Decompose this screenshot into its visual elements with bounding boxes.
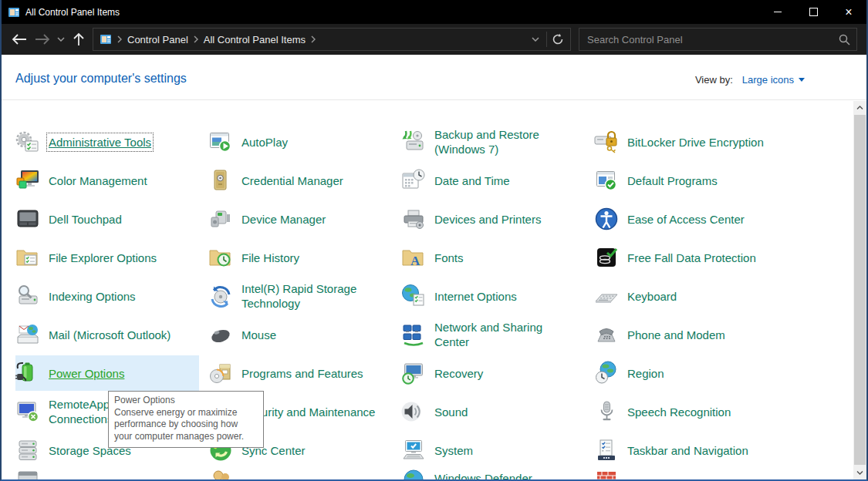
- item-backup-and-restore-windows-7[interactable]: Backup and Restore (Windows 7): [401, 124, 585, 160]
- item-indexing-options[interactable]: Indexing Options: [15, 278, 199, 314]
- control-panel-window: All Control Panel Items × Control Panel: [0, 0, 868, 481]
- window-title: All Control Panel Items: [25, 7, 760, 18]
- item-mail-microsoft-outlook[interactable]: Mail (Microsoft Outlook): [15, 317, 199, 352]
- item-label: Administrative Tools: [49, 135, 151, 150]
- item-dell-touchpad[interactable]: Dell Touchpad: [15, 201, 199, 237]
- item-label: File Explorer Options: [49, 251, 157, 265]
- recent-pages-button[interactable]: [54, 28, 68, 51]
- maximize-icon: [809, 8, 818, 16]
- item-free-fall-data-protection[interactable]: Free Fall Data Protection: [594, 240, 778, 275]
- item-label: Indexing Options: [49, 289, 136, 304]
- view-by-label: View by:: [695, 74, 733, 86]
- item-label: Windows Defender: [434, 471, 532, 481]
- item-administrative-tools[interactable]: Administrative Tools: [15, 124, 199, 160]
- item-user-accounts-icon[interactable]: [208, 471, 392, 481]
- item-date-and-time[interactable]: Date and Time: [401, 163, 585, 198]
- chevron-down-icon: [57, 37, 65, 42]
- item-ease-of-access-center[interactable]: Ease of Access Center: [594, 201, 778, 237]
- item-label: Recovery: [434, 366, 483, 381]
- power-options-icon: [15, 361, 40, 385]
- item-taskbar-and-navigation[interactable]: Taskbar and Navigation: [594, 432, 778, 468]
- speech-recognition-icon: [594, 399, 619, 424]
- item-label: Free Fall Data Protection: [627, 251, 756, 265]
- phone-modem-icon: [594, 322, 619, 347]
- refresh-icon: [552, 33, 564, 45]
- item-label: Keyboard: [627, 289, 677, 304]
- scroll-up-button[interactable]: [853, 101, 866, 114]
- item-autoplay[interactable]: AutoPlay: [208, 124, 392, 160]
- device-manager-icon: [208, 207, 233, 231]
- default-programs-icon: [594, 168, 619, 193]
- item-label: System: [434, 443, 473, 458]
- up-button[interactable]: [68, 28, 90, 51]
- caret-down-icon[interactable]: [799, 78, 805, 82]
- item-label: Speech Recognition: [627, 405, 731, 419]
- item-label: Device Manager: [241, 212, 326, 227]
- item-label: AutoPlay: [241, 135, 288, 150]
- taskbar-navigation-icon: [594, 438, 619, 462]
- item-internet-options[interactable]: Internet Options: [401, 278, 585, 314]
- scroll-down-button[interactable]: [853, 466, 866, 479]
- forward-button[interactable]: [31, 28, 54, 51]
- item-label: Network and Sharing Center: [434, 320, 542, 349]
- vertical-scrollbar[interactable]: [853, 101, 866, 479]
- tooltip-body: Conserve energy or maximize performance …: [114, 407, 258, 443]
- item-recovery[interactable]: Recovery: [401, 355, 585, 391]
- refresh-button[interactable]: [547, 29, 569, 49]
- item-network-and-sharing-center[interactable]: Network and Sharing Center: [401, 317, 585, 352]
- search-box[interactable]: [579, 28, 857, 51]
- item-default-programs[interactable]: Default Programs: [594, 163, 778, 198]
- tooltip-title: Power Options: [114, 395, 258, 407]
- keyboard-icon: [594, 284, 619, 308]
- item-windows-firewall-icon[interactable]: [594, 471, 778, 481]
- breadcrumb-all-control-panel-items[interactable]: All Control Panel Items: [204, 34, 306, 45]
- address-dropdown-button[interactable]: [525, 29, 546, 49]
- back-button[interactable]: [8, 28, 31, 51]
- item-sound[interactable]: Sound: [401, 394, 585, 429]
- item-intel-r-rapid-storage-technology[interactable]: Intel(R) Rapid Storage Technology: [208, 278, 392, 314]
- address-bar[interactable]: Control Panel All Control Panel Items: [93, 28, 571, 51]
- item-label: Intel(R) Rapid Storage Technology: [241, 281, 356, 311]
- autoplay-icon: [208, 130, 233, 154]
- color-management-icon: [15, 168, 40, 193]
- item-keyboard[interactable]: Keyboard: [594, 278, 778, 314]
- intel-rst-icon: [208, 284, 233, 308]
- item-bitlocker-drive-encryption[interactable]: BitLocker Drive Encryption: [594, 124, 778, 160]
- item-device-manager[interactable]: Device Manager: [208, 201, 392, 237]
- item-file-history[interactable]: File History: [208, 240, 392, 275]
- item-label: Color Management: [49, 173, 147, 188]
- item-programs-and-features[interactable]: Programs and Features: [208, 355, 392, 391]
- minimize-button[interactable]: [760, 0, 795, 24]
- dell-touchpad-icon: [15, 207, 40, 231]
- item-file-explorer-options[interactable]: File Explorer Options: [15, 240, 199, 275]
- troubleshooting-icon: [15, 467, 40, 481]
- item-color-management[interactable]: Color Management: [15, 163, 199, 198]
- item-power-options[interactable]: Power Options: [15, 355, 199, 391]
- breadcrumb-control-panel[interactable]: Control Panel: [127, 34, 188, 45]
- item-troubleshooting-icon[interactable]: [15, 471, 199, 481]
- control-panel-icon: [8, 6, 20, 18]
- item-label: Internet Options: [434, 289, 517, 304]
- network-sharing-icon: [401, 322, 426, 347]
- credential-manager-icon: [208, 168, 233, 193]
- item-region[interactable]: Region: [594, 355, 778, 391]
- item-mouse[interactable]: Mouse: [208, 317, 392, 352]
- item-label: Taskbar and Navigation: [627, 443, 748, 458]
- close-button[interactable]: ×: [831, 0, 866, 24]
- user-accounts-icon: [208, 467, 233, 481]
- breadcrumb-chevron-icon: [188, 35, 204, 43]
- item-system[interactable]: System: [401, 432, 585, 468]
- bitlocker-icon: [594, 130, 619, 154]
- view-by-dropdown[interactable]: Large icons: [742, 74, 794, 86]
- item-windows-defender[interactable]: Windows Defender: [401, 471, 585, 481]
- item-phone-and-modem[interactable]: Phone and Modem: [594, 317, 778, 352]
- navigation-bar: Control Panel All Control Panel Items: [2, 24, 866, 55]
- item-label: Backup and Restore (Windows 7): [434, 127, 539, 156]
- item-credential-manager[interactable]: Credential Manager: [208, 163, 392, 198]
- maximize-button[interactable]: [795, 0, 831, 24]
- item-fonts[interactable]: AFonts: [401, 240, 585, 275]
- item-devices-and-printers[interactable]: Devices and Printers: [401, 201, 585, 237]
- search-input[interactable]: [586, 33, 839, 46]
- item-speech-recognition[interactable]: Speech Recognition: [594, 394, 778, 429]
- scrollbar-thumb[interactable]: [854, 115, 866, 465]
